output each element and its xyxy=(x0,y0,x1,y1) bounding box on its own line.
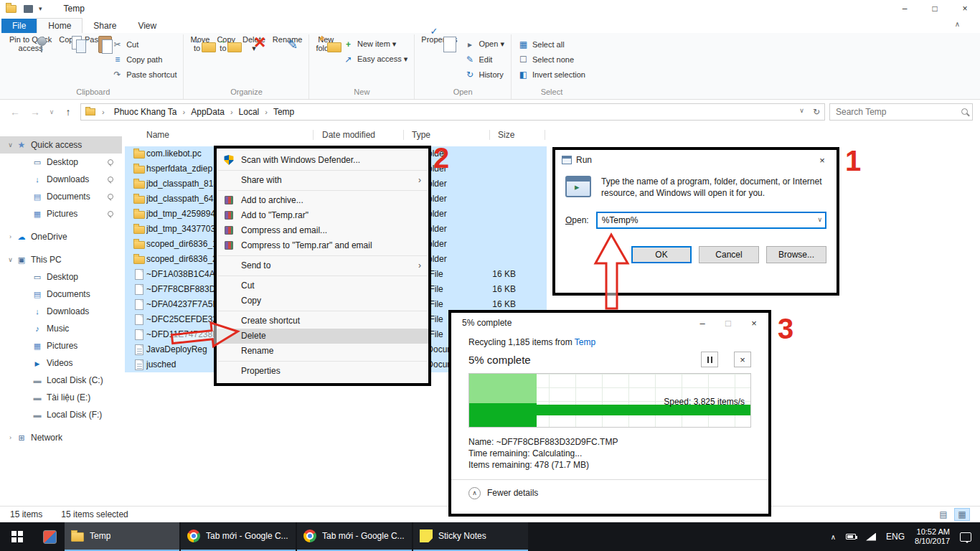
thumbnails-view-icon[interactable]: ▦ xyxy=(954,508,970,521)
sidebar-item[interactable]: › Network xyxy=(0,429,122,446)
ribbon-small-button[interactable]: New item ▾ xyxy=(339,37,411,52)
sidebar-item[interactable]: Pictures xyxy=(0,337,122,354)
forward-button[interactable]: → xyxy=(27,106,43,118)
column-header-date[interactable]: Date modified xyxy=(322,128,375,142)
progress-folder-link[interactable]: Temp xyxy=(575,337,595,347)
close-icon[interactable]: × xyxy=(741,318,767,329)
context-menu-item[interactable]: Delete xyxy=(217,329,428,344)
sidebar-item[interactable]: › OneDrive xyxy=(0,228,122,245)
address-dropdown-icon[interactable]: ∨ xyxy=(799,107,804,117)
up-button[interactable]: ↑ xyxy=(60,106,76,118)
search-box[interactable] xyxy=(829,103,973,121)
fewer-details-toggle[interactable]: ∧ Fewer details xyxy=(468,480,751,506)
cancel-operation-button[interactable]: × xyxy=(734,352,751,367)
network-signal-icon[interactable] xyxy=(866,533,876,541)
sidebar-item[interactable]: Desktop xyxy=(0,154,122,171)
expander-icon[interactable]: ∨ xyxy=(6,141,15,149)
ribbon-small-button[interactable]: Open ▾ xyxy=(461,37,508,52)
context-menu-item[interactable] xyxy=(218,311,427,311)
start-button[interactable] xyxy=(0,522,34,551)
context-menu-item[interactable]: Send to › xyxy=(217,258,428,273)
sidebar-item[interactable]: Documents xyxy=(0,188,122,205)
taskbar-app-button[interactable]: Tab mới - Google C... xyxy=(181,522,296,551)
minimize-button[interactable]: – xyxy=(890,0,920,17)
context-menu-item[interactable]: Rename xyxy=(217,344,428,359)
ribbon-tab[interactable]: File xyxy=(1,19,37,33)
run-combobox[interactable]: ∨ xyxy=(596,212,826,229)
breadcrumb[interactable]: › Phuoc Khang Ta › AppData › Local xyxy=(80,103,825,121)
ok-button[interactable]: OK xyxy=(631,246,692,263)
column-separator[interactable] xyxy=(403,130,404,140)
ribbon-small-button[interactable]: Edit xyxy=(461,52,508,67)
ribbon-small-button[interactable]: History xyxy=(461,67,508,82)
column-header-type[interactable]: Type xyxy=(412,128,430,142)
expander-icon[interactable]: › xyxy=(6,233,15,240)
refresh-icon[interactable]: ↻ xyxy=(813,107,820,117)
ribbon-big-button[interactable]: Pin to Quickaccess xyxy=(6,34,55,53)
minimize-icon[interactable]: – xyxy=(689,318,715,329)
context-menu-item[interactable] xyxy=(218,255,427,256)
column-separator[interactable] xyxy=(313,130,314,140)
ribbon-big-button[interactable]: Moveto ▾ xyxy=(187,34,213,53)
context-menu-item[interactable] xyxy=(218,170,427,171)
quick-access-toolbar-icon[interactable] xyxy=(24,5,33,13)
taskbar-pinned-app[interactable] xyxy=(34,522,65,551)
context-menu-item[interactable] xyxy=(218,190,427,191)
browse-button[interactable]: Browse... xyxy=(766,246,826,263)
back-button[interactable]: ← xyxy=(7,106,23,118)
context-menu-item[interactable]: Add to archive... xyxy=(217,193,428,208)
sidebar-item[interactable]: Downloads xyxy=(0,303,122,320)
context-menu-item[interactable]: Cut xyxy=(217,278,428,293)
column-header-name[interactable]: Name xyxy=(146,128,169,142)
column-separator[interactable] xyxy=(489,130,490,140)
ribbon-small-button[interactable]: Select none xyxy=(514,52,589,67)
ribbon-small-button[interactable]: Paste shortcut xyxy=(108,67,180,82)
sidebar-item[interactable]: Music xyxy=(0,320,122,337)
breadcrumb-item[interactable]: Temp xyxy=(270,105,297,118)
pause-button[interactable] xyxy=(701,352,718,367)
sidebar-item[interactable]: ∨ This PC xyxy=(0,251,122,268)
breadcrumb-item[interactable]: Local xyxy=(236,105,263,118)
run-input[interactable] xyxy=(596,212,826,229)
expander-icon[interactable]: › xyxy=(6,434,15,441)
context-menu-item[interactable]: Compress and email... xyxy=(217,223,428,238)
breadcrumb-separator[interactable]: › xyxy=(227,108,236,116)
sidebar-item[interactable]: Videos xyxy=(0,354,122,372)
sidebar-item[interactable]: Tài liệu (E:) xyxy=(0,389,122,406)
expander-icon[interactable]: ∨ xyxy=(6,256,15,263)
sidebar-item[interactable]: Local Disk (C:) xyxy=(0,372,122,389)
quick-access-toolbar-caret-icon[interactable]: ▾ xyxy=(39,5,42,12)
ribbon-small-button[interactable]: Cut xyxy=(108,37,180,52)
ribbon-small-button[interactable]: Copy path xyxy=(108,52,180,67)
cancel-button[interactable]: Cancel xyxy=(699,246,759,263)
ribbon-big-button[interactable]: Delete▾ xyxy=(239,34,269,53)
sidebar-item[interactable]: Pictures xyxy=(0,205,122,222)
breadcrumb-separator[interactable]: › xyxy=(262,108,270,116)
search-input[interactable] xyxy=(834,106,961,118)
ribbon-small-button[interactable]: Invert selection xyxy=(514,67,589,82)
context-menu-item[interactable]: Share with › xyxy=(217,173,428,188)
sidebar-item[interactable]: Desktop xyxy=(0,268,122,286)
sidebar-item[interactable]: ∨ Quick access xyxy=(0,136,122,154)
language-indicator[interactable]: ENG xyxy=(886,532,905,542)
ribbon-big-button[interactable]: Copy xyxy=(55,34,81,53)
breadcrumb-item[interactable]: Phuoc Khang Ta xyxy=(111,105,180,118)
ribbon-big-button[interactable]: Rename xyxy=(269,34,306,53)
action-center-icon[interactable] xyxy=(960,532,971,542)
column-header-size[interactable]: Size xyxy=(498,128,514,142)
ribbon-tab[interactable]: Share xyxy=(83,19,127,33)
context-menu-item[interactable] xyxy=(218,276,427,276)
maximize-button[interactable]: □ xyxy=(920,0,950,17)
ribbon-tab[interactable]: Home xyxy=(37,18,83,33)
taskbar-app-button[interactable]: Temp xyxy=(65,522,179,551)
recent-locations-icon[interactable]: ∨ xyxy=(47,108,56,116)
battery-icon[interactable] xyxy=(846,534,856,540)
context-menu-item[interactable]: Create shortcut xyxy=(217,314,428,329)
context-menu-item[interactable]: Compress to "Temp.rar" and email xyxy=(217,238,428,253)
column-separator[interactable] xyxy=(545,130,545,140)
ribbon-big-button[interactable]: Newfolder xyxy=(312,34,339,53)
ribbon-small-button[interactable]: Easy access ▾ xyxy=(339,52,411,67)
ribbon-small-button[interactable]: Select all xyxy=(514,37,589,52)
breadcrumb-separator[interactable]: › xyxy=(180,108,189,116)
clock[interactable]: 10:52 AM 8/10/2017 xyxy=(915,527,950,546)
